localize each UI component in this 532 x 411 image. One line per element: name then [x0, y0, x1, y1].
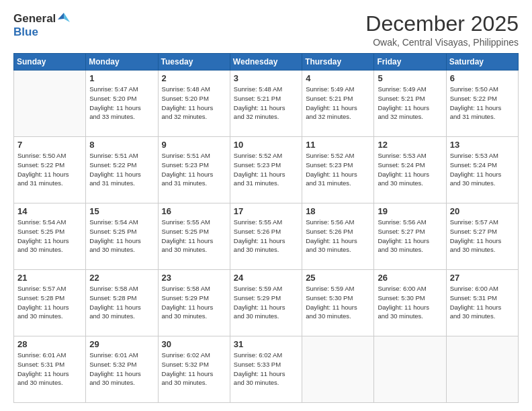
calendar-cell: 14Sunrise: 5:54 AM Sunset: 5:25 PM Dayli…	[14, 203, 86, 270]
day-number: 26	[378, 273, 442, 283]
calendar-cell: 16Sunrise: 5:55 AM Sunset: 5:25 PM Dayli…	[158, 203, 230, 270]
calendar-cell	[14, 71, 86, 137]
day-number: 27	[450, 273, 515, 283]
location: Owak, Central Visayas, Philippines	[365, 37, 519, 48]
day-number: 20	[450, 206, 515, 216]
day-info: Sunrise: 5:57 AM Sunset: 5:27 PM Dayligh…	[450, 218, 515, 255]
day-info: Sunrise: 5:58 AM Sunset: 5:28 PM Dayligh…	[89, 284, 154, 321]
day-info: Sunrise: 6:00 AM Sunset: 5:30 PM Dayligh…	[378, 284, 442, 321]
day-info: Sunrise: 5:49 AM Sunset: 5:21 PM Dayligh…	[378, 85, 442, 122]
calendar-cell: 29Sunrise: 6:01 AM Sunset: 5:32 PM Dayli…	[86, 336, 158, 403]
day-number: 9	[162, 140, 226, 150]
calendar-header-row: Sunday Monday Tuesday Wednesday Thursday…	[14, 54, 519, 71]
calendar-cell: 21Sunrise: 5:57 AM Sunset: 5:28 PM Dayli…	[14, 270, 86, 336]
calendar-cell	[302, 336, 374, 403]
page: General Blue December 2025 Owak, Central…	[0, 0, 532, 411]
day-number: 19	[378, 206, 442, 216]
day-info: Sunrise: 5:50 AM Sunset: 5:22 PM Dayligh…	[17, 151, 82, 188]
day-number: 8	[89, 140, 154, 150]
logo-blue: Blue	[13, 26, 38, 39]
calendar-cell: 30Sunrise: 6:02 AM Sunset: 5:32 PM Dayli…	[158, 336, 230, 403]
day-number: 10	[234, 140, 298, 150]
day-info: Sunrise: 5:54 AM Sunset: 5:25 PM Dayligh…	[17, 218, 82, 255]
day-number: 23	[162, 273, 226, 283]
day-number: 14	[17, 206, 82, 216]
calendar-cell: 9Sunrise: 5:51 AM Sunset: 5:23 PM Daylig…	[158, 137, 230, 203]
calendar-cell: 2Sunrise: 5:48 AM Sunset: 5:20 PM Daylig…	[158, 71, 230, 137]
calendar-cell: 20Sunrise: 5:57 AM Sunset: 5:27 PM Dayli…	[446, 203, 518, 270]
calendar-cell: 26Sunrise: 6:00 AM Sunset: 5:30 PM Dayli…	[374, 270, 446, 336]
day-info: Sunrise: 5:56 AM Sunset: 5:27 PM Dayligh…	[378, 218, 442, 255]
day-info: Sunrise: 6:01 AM Sunset: 5:32 PM Dayligh…	[89, 351, 154, 387]
col-friday: Friday	[374, 54, 446, 71]
day-number: 17	[234, 206, 298, 216]
day-number: 12	[378, 140, 442, 150]
day-info: Sunrise: 5:49 AM Sunset: 5:21 PM Dayligh…	[306, 85, 370, 122]
day-info: Sunrise: 5:53 AM Sunset: 5:24 PM Dayligh…	[378, 151, 442, 188]
day-info: Sunrise: 5:48 AM Sunset: 5:20 PM Dayligh…	[162, 85, 226, 122]
calendar-cell: 4Sunrise: 5:49 AM Sunset: 5:21 PM Daylig…	[302, 71, 374, 137]
day-number: 24	[234, 273, 298, 283]
day-number: 13	[450, 140, 515, 150]
day-number: 25	[306, 273, 370, 283]
calendar-cell	[374, 336, 446, 403]
calendar-cell: 18Sunrise: 5:56 AM Sunset: 5:26 PM Dayli…	[302, 203, 374, 270]
col-wednesday: Wednesday	[230, 54, 302, 71]
calendar-cell: 10Sunrise: 5:52 AM Sunset: 5:23 PM Dayli…	[230, 137, 302, 203]
calendar-cell: 15Sunrise: 5:54 AM Sunset: 5:25 PM Dayli…	[86, 203, 158, 270]
day-info: Sunrise: 5:59 AM Sunset: 5:29 PM Dayligh…	[234, 284, 298, 321]
day-number: 30	[162, 339, 226, 349]
day-number: 22	[89, 273, 154, 283]
day-number: 3	[234, 73, 298, 83]
day-number: 11	[306, 140, 370, 150]
calendar-cell: 1Sunrise: 5:47 AM Sunset: 5:20 PM Daylig…	[86, 71, 158, 137]
day-info: Sunrise: 6:02 AM Sunset: 5:32 PM Dayligh…	[162, 351, 226, 387]
calendar-cell	[446, 336, 518, 403]
day-number: 18	[306, 206, 370, 216]
day-number: 16	[162, 206, 226, 216]
col-sunday: Sunday	[14, 54, 86, 71]
day-number: 5	[378, 73, 442, 83]
svg-marker-1	[58, 13, 64, 19]
day-info: Sunrise: 5:57 AM Sunset: 5:28 PM Dayligh…	[17, 284, 82, 321]
logo: General Blue	[13, 12, 70, 39]
day-info: Sunrise: 5:55 AM Sunset: 5:25 PM Dayligh…	[162, 218, 226, 255]
calendar-cell: 3Sunrise: 5:48 AM Sunset: 5:21 PM Daylig…	[230, 71, 302, 137]
day-number: 31	[234, 339, 298, 349]
day-number: 21	[17, 273, 82, 283]
day-info: Sunrise: 6:01 AM Sunset: 5:31 PM Dayligh…	[17, 351, 82, 387]
logo-general: General	[13, 12, 56, 26]
title-block: December 2025 Owak, Central Visayas, Phi…	[365, 12, 519, 48]
day-info: Sunrise: 6:02 AM Sunset: 5:33 PM Dayligh…	[234, 351, 298, 387]
day-info: Sunrise: 5:50 AM Sunset: 5:22 PM Dayligh…	[450, 85, 515, 122]
col-tuesday: Tuesday	[158, 54, 230, 71]
calendar-week-4: 21Sunrise: 5:57 AM Sunset: 5:28 PM Dayli…	[14, 270, 519, 336]
svg-marker-0	[64, 13, 70, 22]
day-number: 4	[306, 73, 370, 83]
calendar-cell: 12Sunrise: 5:53 AM Sunset: 5:24 PM Dayli…	[374, 137, 446, 203]
calendar-cell: 6Sunrise: 5:50 AM Sunset: 5:22 PM Daylig…	[446, 71, 518, 137]
calendar-cell: 8Sunrise: 5:51 AM Sunset: 5:22 PM Daylig…	[86, 137, 158, 203]
calendar-cell: 11Sunrise: 5:52 AM Sunset: 5:23 PM Dayli…	[302, 137, 374, 203]
calendar-week-5: 28Sunrise: 6:01 AM Sunset: 5:31 PM Dayli…	[14, 336, 519, 403]
day-info: Sunrise: 5:52 AM Sunset: 5:23 PM Dayligh…	[306, 151, 370, 188]
day-info: Sunrise: 5:48 AM Sunset: 5:21 PM Dayligh…	[234, 85, 298, 122]
day-number: 7	[17, 140, 82, 150]
calendar-cell: 19Sunrise: 5:56 AM Sunset: 5:27 PM Dayli…	[374, 203, 446, 270]
col-saturday: Saturday	[446, 54, 518, 71]
calendar-cell: 5Sunrise: 5:49 AM Sunset: 5:21 PM Daylig…	[374, 71, 446, 137]
day-info: Sunrise: 5:55 AM Sunset: 5:26 PM Dayligh…	[234, 218, 298, 255]
day-info: Sunrise: 5:58 AM Sunset: 5:29 PM Dayligh…	[162, 284, 226, 321]
day-info: Sunrise: 5:59 AM Sunset: 5:30 PM Dayligh…	[306, 284, 370, 321]
header: General Blue December 2025 Owak, Central…	[13, 12, 519, 48]
calendar-week-1: 1Sunrise: 5:47 AM Sunset: 5:20 PM Daylig…	[14, 71, 519, 137]
month-title: December 2025	[365, 12, 519, 36]
calendar-table: Sunday Monday Tuesday Wednesday Thursday…	[13, 53, 519, 403]
calendar-week-3: 14Sunrise: 5:54 AM Sunset: 5:25 PM Dayli…	[14, 203, 519, 270]
calendar-cell: 17Sunrise: 5:55 AM Sunset: 5:26 PM Dayli…	[230, 203, 302, 270]
day-info: Sunrise: 5:52 AM Sunset: 5:23 PM Dayligh…	[234, 151, 298, 188]
day-number: 15	[89, 206, 154, 216]
calendar-cell: 23Sunrise: 5:58 AM Sunset: 5:29 PM Dayli…	[158, 270, 230, 336]
calendar-cell: 24Sunrise: 5:59 AM Sunset: 5:29 PM Dayli…	[230, 270, 302, 336]
calendar-cell: 31Sunrise: 6:02 AM Sunset: 5:33 PM Dayli…	[230, 336, 302, 403]
